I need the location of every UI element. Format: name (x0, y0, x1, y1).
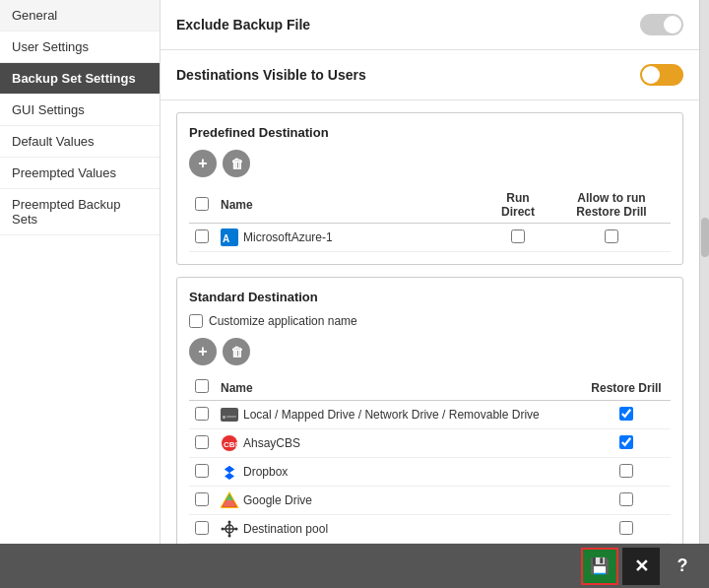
hdd-icon (221, 406, 238, 424)
customize-app-name-label: Customize application name (209, 314, 357, 328)
predefined-row-name: A MicrosoftAzure-1 (221, 229, 478, 246)
svg-text:A: A (223, 233, 229, 244)
google-drive-icon (221, 491, 238, 509)
customize-app-name-checkbox[interactable] (189, 314, 203, 328)
predefined-destination-box: Predefined Destination + 🗑 Name Run Dire… (176, 112, 683, 265)
predefined-delete-button[interactable]: 🗑 (223, 150, 250, 177)
standard-row3-restore-check[interactable] (619, 464, 633, 478)
standard-row4-restore-check[interactable] (619, 492, 633, 506)
azure-icon: A (221, 229, 238, 246)
standard-row2-checkbox[interactable] (195, 435, 209, 449)
table-row: CBS AhsayCBS (189, 429, 671, 458)
predefined-add-button[interactable]: + (189, 150, 217, 177)
save-icon: 💾 (590, 556, 610, 575)
standard-row3-checkbox[interactable] (195, 464, 209, 478)
predefined-col-restore-drill: Allow to run Restore Drill (552, 187, 671, 224)
sidebar-item-preempted-values[interactable]: Preempted Values (0, 158, 160, 189)
sidebar-item-general[interactable]: General (0, 0, 160, 32)
svg-point-17 (235, 528, 238, 531)
standard-row4-name: Google Drive (221, 491, 576, 509)
table-row: Destination pool (189, 515, 671, 544)
exclude-backup-file-section: Exclude Backup File (161, 0, 699, 50)
svg-rect-4 (226, 416, 236, 418)
standard-col-restore-drill: Restore Drill (582, 375, 671, 401)
svg-point-16 (222, 528, 225, 531)
content-area: Exclude Backup File Destinations Visible… (161, 0, 699, 544)
svg-rect-3 (223, 416, 226, 419)
ahsay-icon: CBS (221, 434, 238, 452)
standard-row5-checkbox[interactable] (195, 521, 209, 535)
destinations-visible-title: Destinations Visible to Users (176, 67, 366, 83)
exclude-backup-file-title: Exclude Backup File (176, 17, 310, 33)
table-row: Google Drive (189, 487, 671, 515)
standard-row1-name: Local / Mapped Drive / Network Drive / R… (221, 406, 576, 424)
standard-row2-restore-check[interactable] (619, 435, 633, 449)
standard-btn-row: + 🗑 (189, 338, 671, 365)
predefined-col-name: Name (215, 187, 483, 224)
standard-add-button[interactable]: + (189, 338, 217, 365)
predefined-row-checkbox[interactable] (195, 229, 209, 243)
standard-select-all[interactable] (195, 379, 209, 393)
predefined-btn-row: + 🗑 (189, 150, 671, 177)
standard-row1-restore-check[interactable] (619, 407, 633, 421)
predefined-col-run-direct: Run Direct (483, 187, 552, 224)
predefined-table: Name Run Direct Allow to run Restore Dri… (189, 187, 671, 252)
scrollbar[interactable] (699, 0, 709, 544)
standard-row1-checkbox[interactable] (195, 407, 209, 421)
standard-row5-restore-check[interactable] (619, 521, 633, 535)
help-button[interactable]: ? (664, 548, 701, 585)
standard-destination-box: Standard Destination Customize applicati… (176, 277, 683, 544)
predefined-destination-title: Predefined Destination (189, 125, 671, 140)
standard-row2-name: CBS AhsayCBS (221, 434, 576, 452)
destinations-visible-section: Destinations Visible to Users (161, 50, 699, 100)
standard-row4-checkbox[interactable] (195, 492, 209, 506)
save-button[interactable]: 💾 (581, 548, 618, 585)
standard-table: Name Restore Drill (189, 375, 671, 544)
destinations-visible-toggle[interactable] (640, 64, 683, 86)
standard-row3-name: Dropbox (221, 463, 576, 481)
sidebar-item-backup-set-settings[interactable]: Backup Set Settings (0, 63, 160, 95)
predefined-restore-drill-check[interactable] (605, 229, 618, 243)
sidebar-item-user-settings[interactable]: User Settings (0, 32, 160, 63)
close-button[interactable]: ✕ (622, 548, 660, 585)
sidebar: General User Settings Backup Set Setting… (0, 0, 161, 544)
table-row: Local / Mapped Drive / Network Drive / R… (189, 401, 671, 429)
svg-text:CBS: CBS (224, 440, 238, 449)
destination-pool-icon (221, 520, 238, 538)
dropbox-icon (221, 463, 238, 481)
sidebar-item-gui-settings[interactable]: GUI Settings (0, 95, 160, 126)
customize-row: Customize application name (189, 314, 671, 328)
exclude-backup-file-toggle[interactable] (640, 14, 683, 35)
standard-col-name: Name (215, 375, 582, 401)
predefined-select-all[interactable] (195, 197, 209, 211)
svg-point-14 (228, 521, 231, 524)
standard-destination-title: Standard Destination (189, 290, 671, 304)
close-icon: ✕ (634, 555, 649, 577)
sidebar-item-preempted-backup-sets[interactable]: Preempted Backup Sets (0, 189, 160, 235)
footer: 💾 ✕ ? (0, 544, 709, 588)
help-icon: ? (677, 555, 688, 576)
svg-rect-2 (221, 408, 238, 422)
table-row: A MicrosoftAzure-1 (189, 224, 671, 252)
standard-delete-button[interactable]: 🗑 (223, 338, 250, 365)
standard-row5-name: Destination pool (221, 520, 576, 538)
predefined-run-direct-check[interactable] (511, 229, 525, 243)
table-row: Dropbox (189, 458, 671, 487)
sidebar-item-default-values[interactable]: Default Values (0, 126, 160, 158)
svg-point-15 (228, 535, 231, 538)
